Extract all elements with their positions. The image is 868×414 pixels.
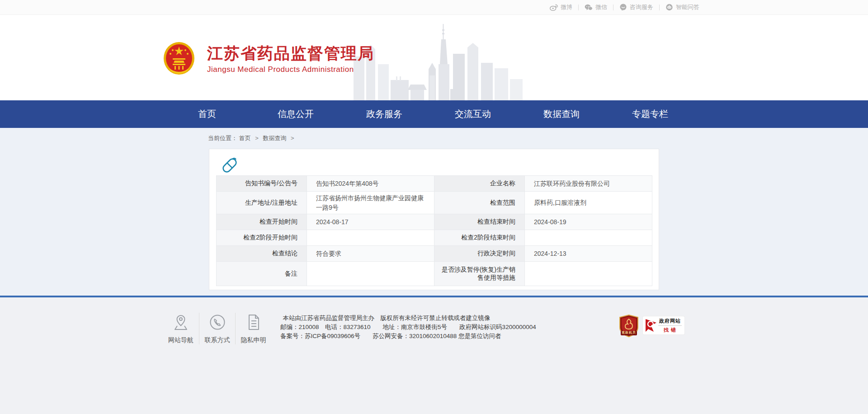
error-report-badge-subtitle: 找错 <box>660 326 682 334</box>
city-skyline-graphic <box>353 21 524 100</box>
nav-item-info-disclosure[interactable]: 信息公开 <box>251 100 340 128</box>
site-title: 江苏省药品监督管理局 <box>207 44 374 62</box>
weibo-link[interactable]: 微博 <box>544 3 578 11</box>
table-row: 生产地址/注册地址 江苏省扬州市扬州生物健康产业园健康一路9号 检查范围 原料药… <box>217 192 652 214</box>
nav-item-interaction[interactable]: 交流互动 <box>429 100 517 128</box>
table-value: 2024-08-19 <box>525 214 652 230</box>
site-header: 江苏省药品监督管理局 Jiangsu Medical Products Admi… <box>0 15 868 100</box>
smart-qa-link[interactable]: 智能问答 <box>660 3 705 11</box>
party-gov-badge-label: 党政机关 <box>619 330 639 335</box>
smart-qa-icon <box>665 4 673 11</box>
footer-link-sitemap[interactable]: 网站导航 <box>163 313 199 344</box>
table-row: 检查2阶段开始时间 检查2阶段结束时间 <box>217 230 652 246</box>
breadcrumb-data-query-link[interactable]: 数据查询 <box>263 135 286 141</box>
nav-item-data-query[interactable]: 数据查询 <box>517 100 606 128</box>
table-label: 检查结论 <box>217 246 307 262</box>
map-pin-icon <box>173 314 189 331</box>
consult-service-label: 咨询服务 <box>630 3 653 11</box>
breadcrumb-home-link[interactable]: 首页 <box>239 135 251 141</box>
table-label: 行政决定时间 <box>434 246 525 262</box>
table-label: 检查2阶段结束时间 <box>434 230 525 246</box>
inspection-detail-table: 告知书编号/公告号 告知书2024年第408号 企业名称 江苏联环药业股份有限公… <box>216 175 652 286</box>
top-utility-bar: 微博 微信 咨询服务 智能问答 <box>0 0 868 15</box>
smart-qa-label: 智能问答 <box>676 3 699 11</box>
table-label: 备注 <box>217 262 307 286</box>
footer-link-label: 隐私申明 <box>236 336 271 344</box>
main-navbar: 首页 信息公开 政务服务 交流互动 数据查询 专题专栏 <box>0 100 868 128</box>
table-row: 备注 是否涉及暂停(恢复)生产销售使用等措施 <box>217 262 652 286</box>
national-emblem-icon <box>163 41 195 77</box>
document-icon <box>246 314 261 331</box>
nav-item-gov-services[interactable]: 政务服务 <box>340 100 429 128</box>
table-value: 符合要求 <box>307 246 434 262</box>
table-value: 告知书2024年第408号 <box>307 176 434 192</box>
footer-link-privacy[interactable]: 隐私申明 <box>235 313 271 344</box>
table-value: 原料药,口服溶液剂 <box>525 192 652 214</box>
table-row: 告知书编号/公告号 告知书2024年第408号 企业名称 江苏联环药业股份有限公… <box>217 176 652 192</box>
consult-service-icon <box>619 4 627 11</box>
nav-item-home[interactable]: 首页 <box>163 100 251 128</box>
table-value <box>525 230 652 246</box>
table-label: 告知书编号/公告号 <box>217 176 307 192</box>
wechat-icon <box>585 4 593 11</box>
table-label: 是否涉及暂停(恢复)生产销售使用等措施 <box>434 262 525 286</box>
footer-line-3: 备案号：苏ICP备09039606号 苏公网安备：32010602010488 … <box>280 332 493 341</box>
table-row: 检查开始时间 2024-08-17 检查结束时间 2024-08-19 <box>217 214 652 230</box>
footer-links: 网站导航 联系方式 隐私申明 <box>163 313 271 344</box>
table-label: 检查范围 <box>434 192 525 214</box>
weibo-label: 微博 <box>561 3 572 11</box>
breadcrumb-separator: > <box>291 135 294 141</box>
table-label: 企业名称 <box>434 176 525 192</box>
footer-link-label: 网站导航 <box>163 336 199 344</box>
table-value: 2024-12-13 <box>525 246 652 262</box>
breadcrumb-prefix: 当前位置： <box>208 135 237 141</box>
error-report-badge[interactable]: 政府网站 找错 <box>643 316 684 334</box>
error-report-magnifier-icon <box>645 318 658 333</box>
table-label: 检查结束时间 <box>434 214 525 230</box>
table-row: 检查结论 符合要求 行政决定时间 2024-12-13 <box>217 246 652 262</box>
table-value: 2024-08-17 <box>307 214 434 230</box>
content-area: 当前位置： 首页 > 数据查询 > 告知书编号/公告号 告知书2024年第4 <box>0 128 868 296</box>
detail-panel: 告知书编号/公告号 告知书2024年第408号 企业名称 江苏联环药业股份有限公… <box>209 149 659 290</box>
site-logo[interactable]: 江苏省药品监督管理局 Jiangsu Medical Products Admi… <box>163 41 374 77</box>
breadcrumb: 当前位置： 首页 > 数据查询 > <box>163 128 705 149</box>
pill-icon <box>221 155 239 174</box>
table-value: 江苏联环药业股份有限公司 <box>525 176 652 192</box>
table-value <box>307 262 434 286</box>
footer-line-1: 本站由江苏省药品监督管理局主办 版权所有未经许可禁止转载或者建立镜像 <box>280 314 493 323</box>
table-label: 检查开始时间 <box>217 214 307 230</box>
weibo-icon <box>550 4 558 11</box>
footer-badges: 党政机关 政府网站 找错 <box>619 313 684 337</box>
consult-service-link[interactable]: 咨询服务 <box>613 3 659 11</box>
wechat-label: 微信 <box>595 3 607 11</box>
table-label: 检查2阶段开始时间 <box>217 230 307 246</box>
nav-item-special-topics[interactable]: 专题专栏 <box>606 100 694 128</box>
phone-icon <box>209 314 226 331</box>
table-label: 生产地址/注册地址 <box>217 192 307 214</box>
table-value <box>307 230 434 246</box>
footer-link-contact[interactable]: 联系方式 <box>199 313 235 344</box>
table-value: 江苏省扬州市扬州生物健康产业园健康一路9号 <box>307 192 434 214</box>
table-value <box>525 262 652 286</box>
footer-line-2: 邮编：210008 电话：83273610 地址：南京市鼓楼街5号 政府网站标识… <box>280 323 493 332</box>
site-footer: 网站导航 联系方式 隐私申明 本站由江苏省药品监督管理局主办 版权所有未经许可禁… <box>0 297 868 414</box>
error-report-badge-title: 政府网站 <box>658 318 682 326</box>
footer-link-label: 联系方式 <box>199 336 235 344</box>
party-gov-badge[interactable]: 党政机关 <box>619 315 639 337</box>
site-subtitle: Jiangsu Medical Products Administration <box>207 65 374 74</box>
breadcrumb-separator: > <box>255 135 259 141</box>
footer-info-text: 本站由江苏省药品监督管理局主办 版权所有未经许可禁止转载或者建立镜像 邮编：21… <box>280 313 493 341</box>
wechat-link[interactable]: 微信 <box>579 3 613 11</box>
